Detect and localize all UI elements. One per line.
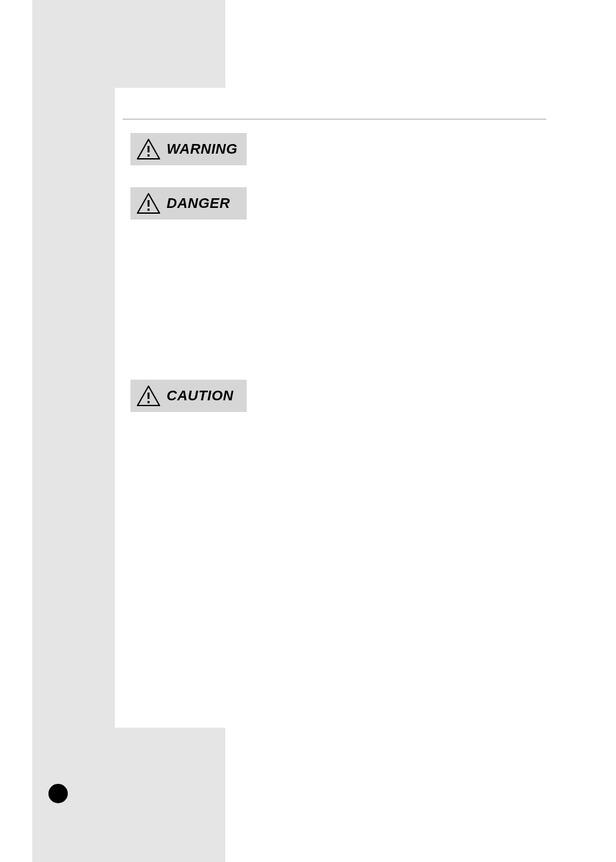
top-left-gray-block [115, 0, 225, 88]
warning-triangle-icon [137, 385, 160, 406]
bottom-left-gray-block [115, 728, 225, 862]
svg-rect-5 [148, 209, 150, 211]
horizontal-rule [123, 119, 546, 119]
svg-rect-2 [148, 154, 150, 157]
svg-rect-7 [148, 393, 150, 399]
svg-rect-1 [148, 146, 150, 152]
caution-callout: CAUTION [130, 380, 247, 412]
svg-rect-4 [148, 200, 150, 207]
warning-label: WARNING [167, 141, 238, 158]
page-number-dot [48, 784, 68, 803]
warning-callout: WARNING [130, 133, 247, 165]
caution-label: CAUTION [167, 387, 234, 404]
left-margin-band [32, 0, 115, 862]
warning-triangle-icon [137, 193, 160, 214]
danger-label: DANGER [167, 195, 230, 212]
svg-rect-8 [148, 401, 150, 404]
warning-triangle-icon [137, 139, 160, 159]
danger-callout: DANGER [130, 187, 247, 220]
